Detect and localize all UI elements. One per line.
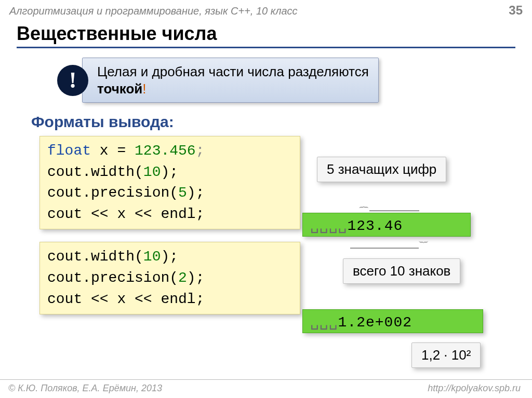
callout: ! Целая и дробная части числа разделяютс… [57,58,532,103]
course-label: Алгоритмизация и программирование, язык … [9,5,298,17]
callout-box: Целая и дробная части числа разделяются … [82,58,379,103]
page-number: 35 [509,3,523,18]
brace-top-icon: ︷⎯⎯⎯⎯⎯⎯⎯⎯ [330,200,448,211]
label-significant: 5 значащих цифр [317,157,446,182]
code-block-1: float x = 123.456; cout.width(10); cout.… [39,136,300,229]
brace-bottom-icon: ⎯⎯⎯⎯⎯⎯⎯⎯⎯⎯⎯︸ [307,238,473,248]
code-block-2: cout.width(10); cout.precision(2); cout … [39,242,300,314]
footer-left: © К.Ю. Поляков, Е.А. Ерёмин, 2013 [8,383,162,394]
callout-emph: точкой [97,81,142,97]
footer-right: http://kpolyakov.spb.ru [428,383,521,394]
callout-text: Целая и дробная части числа разделяются [97,64,369,79]
slide-title: Вещественные числа [17,23,515,48]
header-bar: Алгоритмизация и программирование, язык … [0,0,532,20]
result-1: ␣␣␣␣123.46 [302,213,471,237]
footer: © К.Ю. Поляков, Е.А. Ерёмин, 2013 http:/… [0,379,532,394]
exclamation-icon: ! [57,65,88,96]
label-total: всего 10 знаков [343,258,460,284]
section-heading: Форматы вывода: [31,113,532,131]
label-sci: 1,2 · 10² [411,342,481,368]
callout-exclam: ! [142,81,146,97]
result-2: ␣␣␣1.2e+002 [302,309,483,333]
